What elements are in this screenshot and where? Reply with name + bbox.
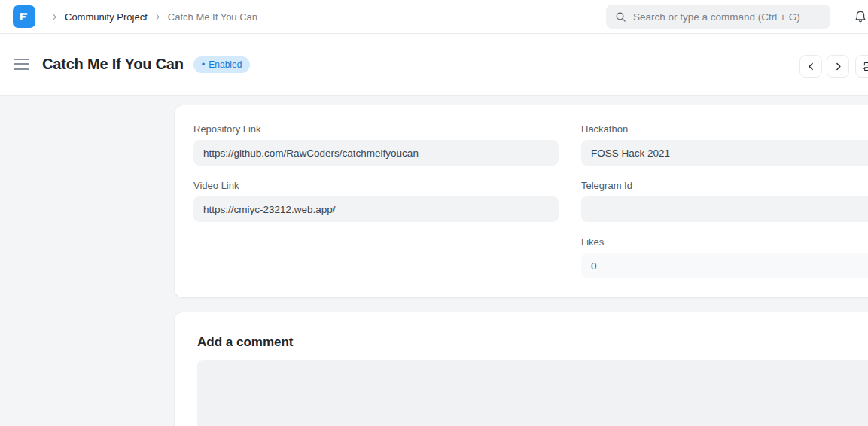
- search-icon: [615, 11, 626, 23]
- field-video-link: Video Link https://cmiyc-23212.web.app/: [193, 180, 559, 222]
- field-likes: Likes 0: [581, 236, 868, 278]
- hackathon-input[interactable]: FOSS Hack 2021: [581, 140, 868, 166]
- breadcrumb: Community Project Catch Me If You Can: [44, 11, 257, 23]
- global-search-input[interactable]: Search or type a command (Ctrl + G): [606, 5, 830, 29]
- chevron-right-icon: [51, 14, 58, 20]
- field-label: Repository Link: [193, 123, 559, 135]
- video-link-input[interactable]: https://cmiyc-23212.web.app/: [193, 196, 559, 222]
- likes-value: 0: [581, 253, 868, 278]
- field-label: Likes: [581, 236, 868, 248]
- field-telegram-id: Telegram Id: [581, 180, 868, 222]
- print-button[interactable]: [855, 55, 868, 78]
- comments-section-card: Add a comment: [175, 312, 868, 426]
- page-content: Repository Link https://github.com/RawCo…: [0, 96, 868, 426]
- breadcrumb-current-doc: Catch Me If You Can: [168, 11, 257, 23]
- field-hackathon: Hackathon FOSS Hack 2021: [581, 123, 868, 166]
- search-placeholder: Search or type a command (Ctrl + G): [633, 11, 800, 23]
- repository-link-input[interactable]: https://github.com/RawCoders/catchmeifyo…: [193, 140, 559, 166]
- form-section-card: Repository Link https://github.com/RawCo…: [175, 105, 868, 297]
- chevron-right-icon: [154, 14, 161, 20]
- page-title: Catch Me If You Can: [42, 56, 184, 73]
- notification-bell-icon[interactable]: [853, 8, 868, 28]
- chevron-left-icon: [806, 62, 816, 72]
- field-label: Hackathon: [581, 123, 868, 135]
- chevron-right-icon: [833, 62, 843, 72]
- next-document-button[interactable]: [827, 55, 849, 78]
- status-badge: • Enabled: [193, 56, 251, 73]
- status-dot-icon: •: [202, 59, 206, 69]
- telegram-id-input[interactable]: [581, 196, 868, 222]
- status-badge-label: Enabled: [209, 59, 242, 70]
- hamburger-menu-icon[interactable]: [14, 59, 29, 71]
- form-column-left: Repository Link https://github.com/RawCo…: [193, 123, 559, 278]
- form-column-right: Hackathon FOSS Hack 2021 Telegram Id Lik…: [581, 123, 868, 278]
- printer-icon: [861, 61, 868, 72]
- comment-input[interactable]: [197, 360, 868, 426]
- navbar: Community Project Catch Me If You Can Se…: [0, 0, 868, 34]
- frappe-logo-icon[interactable]: [13, 5, 35, 28]
- breadcrumb-community-project[interactable]: Community Project: [65, 11, 148, 23]
- previous-document-button[interactable]: [799, 55, 822, 78]
- page-head: Catch Me If You Can • Enabled: [0, 34, 868, 96]
- field-label: Video Link: [193, 180, 559, 191]
- field-label: Telegram Id: [581, 180, 868, 191]
- add-comment-heading: Add a comment: [197, 335, 868, 350]
- field-repository-link: Repository Link https://github.com/RawCo…: [193, 123, 559, 166]
